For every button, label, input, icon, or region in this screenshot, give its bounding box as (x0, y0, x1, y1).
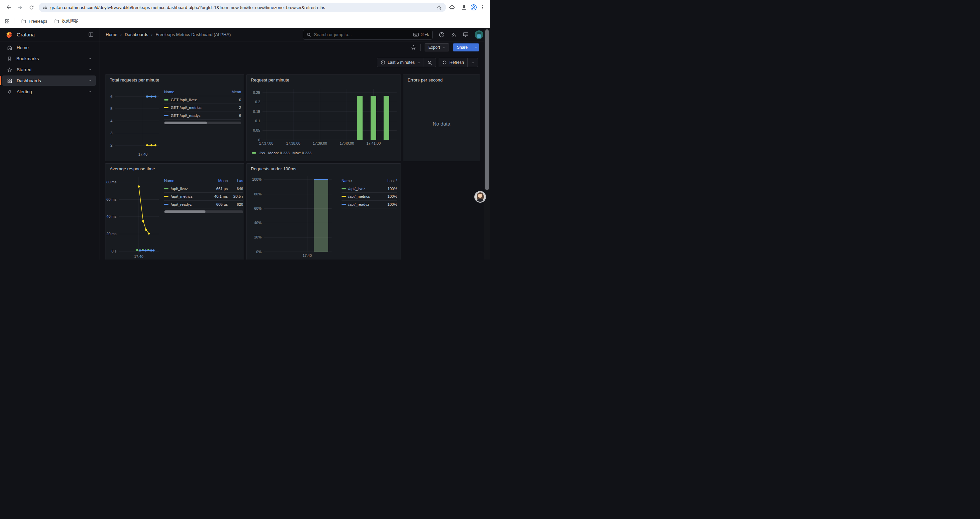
legend-row[interactable]: /api/_metrics40.1 ms20.5 r (164, 193, 243, 201)
main-area: Home›Dashboards›Freeleaps Metrics Dashbo… (99, 28, 490, 260)
legend-scrollbar[interactable] (164, 211, 243, 213)
floating-assistant-avatar[interactable] (474, 191, 486, 203)
legend-row[interactable]: /api/_metrics100% (342, 193, 397, 201)
legend-inline[interactable]: 2xxMean: 0.233Max: 0.233 (252, 151, 312, 155)
sidebar-item-home[interactable]: Home (2, 42, 96, 53)
legend-scrollbar-thumb[interactable] (164, 121, 207, 124)
site-settings-icon[interactable] (43, 5, 48, 10)
browser-forward-button[interactable] (15, 2, 25, 13)
legend-scrollbar[interactable] (164, 121, 241, 124)
series-name[interactable]: /api/_metrics (348, 194, 370, 198)
share-button[interactable]: Share (453, 43, 472, 51)
scrollbar-thumb[interactable] (485, 29, 488, 190)
bookmark-label: 收藏博客 (62, 18, 78, 24)
sidebar-item-starred[interactable]: Starred (2, 64, 96, 75)
series-value: 661 µs (207, 187, 228, 191)
time-range-picker[interactable]: Last 5 minutes (377, 58, 424, 67)
help-icon[interactable] (439, 32, 445, 38)
search-icon (307, 32, 311, 37)
svg-text:80%: 80% (254, 192, 261, 196)
series-name[interactable]: /api/_readyz (348, 203, 369, 206)
chart-request-per-minute[interactable]: 00.050.10.150.20.2517:37:0017:38:0017:39… (247, 75, 401, 161)
series-name[interactable]: GET /api/_metrics (171, 105, 202, 110)
breadcrumb-link[interactable]: Dashboards (125, 32, 148, 37)
zoom-out-button[interactable] (424, 58, 436, 67)
user-avatar[interactable] (475, 30, 483, 39)
extensions-icon[interactable] (449, 4, 455, 10)
series-color-chip (342, 204, 346, 205)
bookmark-icon (7, 56, 12, 61)
legend-row[interactable]: /api/_livez100% (342, 185, 397, 193)
chevron-down-icon (88, 90, 92, 94)
series-stat: Max: 0.233 (293, 151, 312, 155)
svg-text:6: 6 (110, 94, 112, 99)
toolbar-divider (458, 4, 458, 10)
browser-back-button[interactable] (3, 2, 14, 13)
downloads-icon[interactable] (461, 4, 467, 11)
series-name[interactable]: /api/_readyz (171, 203, 192, 206)
sidebar-item-bookmarks[interactable]: Bookmarks (2, 53, 96, 64)
favorite-star-icon[interactable] (410, 45, 416, 50)
series-value: 2 (223, 105, 241, 110)
share-dropdown-button[interactable] (472, 43, 479, 51)
bookmark-item[interactable]: Freeleaps (18, 18, 50, 26)
legend-scrollbar-thumb[interactable] (164, 211, 205, 213)
profile-icon[interactable] (470, 4, 477, 11)
svg-text:0.25: 0.25 (253, 91, 260, 94)
series-name[interactable]: /api/_livez (171, 187, 188, 191)
panel-average-response-time: Average response time 0 s20 ms40 ms60 ms… (105, 163, 244, 260)
breadcrumb-link[interactable]: Home (106, 32, 118, 37)
bookmark-item[interactable]: 收藏博客 (51, 17, 81, 26)
bookmark-page-star-icon[interactable] (436, 5, 442, 10)
browser-menu-icon[interactable] (480, 5, 485, 10)
legend-header: NameMean (164, 88, 241, 96)
refresh-button[interactable]: Refresh (439, 58, 467, 67)
sidebar-item-label: Dashboards (17, 78, 84, 83)
browser-toolbar: grafana.mathmast.com/d/deytv4rwavabkb/fr… (0, 0, 490, 15)
series-name[interactable]: GET /api/_readyz (171, 113, 200, 118)
refresh-interval-dropdown[interactable] (468, 58, 478, 67)
grafana-logo[interactable] (5, 31, 13, 38)
svg-text:0.15: 0.15 (253, 110, 260, 113)
export-button[interactable]: Export (425, 43, 449, 51)
series-name[interactable]: GET /api/_livez (171, 98, 197, 102)
series-color-chip (164, 99, 169, 101)
legend-row[interactable]: GET /api/_livez6 (164, 96, 241, 104)
legend-row[interactable]: /api/_livez661 µs646 (164, 185, 243, 193)
sidebar-toggle-icon[interactable] (88, 32, 94, 37)
sidebar-item-alerting[interactable]: Alerting (2, 86, 96, 97)
series-value: 100% (380, 203, 397, 206)
svg-text:20%: 20% (254, 235, 261, 239)
browser-reload-button[interactable] (26, 2, 37, 13)
breadcrumb-separator: › (151, 32, 153, 37)
legend-row[interactable]: GET /api/_readyz6 (164, 112, 241, 120)
svg-text:60 ms: 60 ms (107, 197, 116, 201)
zoom-out-icon (427, 60, 432, 65)
panel-title[interactable]: Errors per second (407, 77, 442, 83)
svg-text:17:40: 17:40 (302, 254, 312, 257)
chevron-down-icon (88, 68, 92, 72)
svg-text:0 s: 0 s (111, 249, 116, 253)
news-rss-icon[interactable] (451, 32, 457, 38)
sidebar-nav: HomeBookmarksStarredDashboardsAlerting (0, 42, 99, 97)
legend-row[interactable]: GET /api/_metrics2 (164, 104, 241, 112)
search-box[interactable]: ⌘+k (303, 30, 433, 40)
url-text[interactable]: grafana.mathmast.com/d/deytv4rwavabkb/fr… (50, 5, 433, 10)
series-name[interactable]: /api/_metrics (171, 194, 192, 198)
grafana-app: Grafana HomeBookmarksStarredDashboardsAl… (0, 28, 490, 260)
kiosk-monitor-icon[interactable] (463, 32, 469, 38)
page-scrollbar[interactable] (484, 28, 490, 260)
legend-row[interactable]: /api/_readyz100% (342, 201, 397, 209)
apps-grid-icon[interactable] (5, 19, 10, 24)
brand-title: Grafana (17, 32, 84, 37)
series-name[interactable]: /api/_livez (348, 187, 365, 191)
series-name[interactable]: 2xx (259, 151, 265, 155)
legend-row[interactable]: /api/_readyz605 µs620 (164, 201, 243, 209)
svg-text:2: 2 (110, 143, 112, 147)
search-input[interactable] (314, 32, 410, 37)
dashboard-actions: Export Share (99, 42, 490, 53)
bookmark-label: Freeleaps (29, 19, 48, 24)
svg-text:20 ms: 20 ms (107, 232, 116, 236)
address-bar[interactable]: grafana.mathmast.com/d/deytv4rwavabkb/fr… (39, 3, 446, 12)
sidebar-item-dashboards[interactable]: Dashboards (2, 75, 96, 86)
